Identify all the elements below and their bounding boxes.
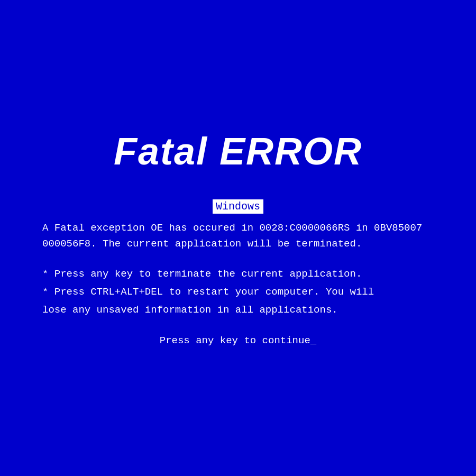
bsod-screen: Fatal ERROR Windows A Fatal exception OE… — [0, 0, 476, 476]
continue-prompt: Press any key to continue_ — [42, 335, 434, 346]
error-line2: 000056F8. The current application will b… — [42, 238, 362, 250]
error-block: Windows A Fatal exception OE has occured… — [42, 199, 434, 346]
instruction-restart: * Press CTRL+ALT+DEL to restart your com… — [42, 283, 434, 301]
windows-label-wrapper: Windows — [42, 199, 434, 218]
instruction-terminate: * Press any key to terminate the current… — [42, 265, 434, 283]
windows-label: Windows — [213, 199, 263, 214]
instructions-block: * Press any key to terminate the current… — [42, 265, 434, 319]
instruction-restart-cont: lose any unsaved information in all appl… — [42, 301, 434, 319]
error-line1: A Fatal exception OE has occured in 0028… — [42, 222, 422, 234]
fatal-error-title: Fatal ERROR — [114, 130, 362, 173]
error-description: A Fatal exception OE has occured in 0028… — [42, 220, 434, 252]
